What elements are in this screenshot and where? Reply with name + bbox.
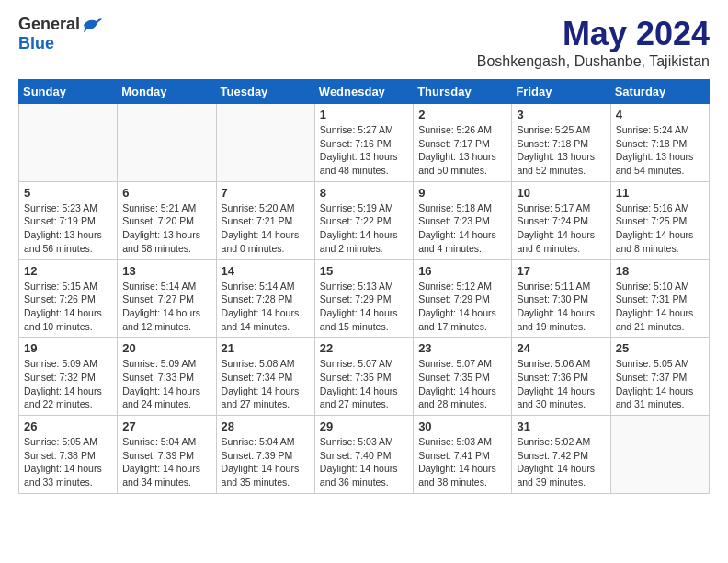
day-number: 7 (222, 186, 310, 200)
calendar-cell: 24Sunrise: 5:06 AM Sunset: 7:36 PM Dayli… (512, 338, 610, 416)
title-block: May 2024 Boshkengash, Dushanbe, Tajikist… (477, 15, 710, 70)
day-number: 23 (418, 341, 506, 355)
day-info: Sunrise: 5:20 AM Sunset: 7:21 PM Dayligh… (222, 201, 310, 256)
calendar-cell: 15Sunrise: 5:13 AM Sunset: 7:29 PM Dayli… (314, 259, 413, 338)
calendar-cell: 1Sunrise: 5:27 AM Sunset: 7:16 PM Daylig… (314, 104, 413, 182)
calendar-cell: 17Sunrise: 5:11 AM Sunset: 7:30 PM Dayli… (512, 259, 610, 338)
day-number: 17 (517, 264, 605, 278)
day-number: 9 (418, 186, 506, 200)
day-number: 24 (517, 341, 605, 355)
day-info: Sunrise: 5:13 AM Sunset: 7:29 PM Dayligh… (320, 280, 408, 334)
day-info: Sunrise: 5:08 AM Sunset: 7:34 PM Dayligh… (222, 357, 310, 411)
day-info: Sunrise: 5:10 AM Sunset: 7:31 PM Dayligh… (616, 280, 704, 334)
day-number: 26 (24, 419, 112, 433)
calendar-cell: 5Sunrise: 5:23 AM Sunset: 7:19 PM Daylig… (19, 181, 118, 259)
day-number: 3 (517, 108, 605, 121)
day-number: 27 (122, 419, 210, 433)
calendar-cell: 8Sunrise: 5:19 AM Sunset: 7:22 PM Daylig… (314, 181, 413, 259)
calendar-cell (610, 416, 709, 494)
calendar-table: SundayMondayTuesdayWednesdayThursdayFrid… (18, 79, 710, 494)
day-info: Sunrise: 5:04 AM Sunset: 7:39 PM Dayligh… (222, 435, 310, 489)
calendar-cell: 29Sunrise: 5:03 AM Sunset: 7:40 PM Dayli… (314, 416, 413, 494)
day-info: Sunrise: 5:27 AM Sunset: 7:16 PM Dayligh… (320, 123, 408, 178)
day-number: 28 (222, 419, 310, 433)
day-info: Sunrise: 5:14 AM Sunset: 7:28 PM Dayligh… (222, 280, 310, 334)
logo-bird-icon (82, 16, 104, 34)
month-title: May 2024 (477, 15, 710, 53)
calendar-cell: 10Sunrise: 5:17 AM Sunset: 7:24 PM Dayli… (512, 181, 610, 259)
calendar-cell: 28Sunrise: 5:04 AM Sunset: 7:39 PM Dayli… (216, 416, 314, 494)
day-number: 14 (222, 264, 310, 278)
calendar-cell: 26Sunrise: 5:05 AM Sunset: 7:38 PM Dayli… (19, 416, 118, 494)
day-info: Sunrise: 5:05 AM Sunset: 7:37 PM Dayligh… (616, 357, 704, 411)
week-row-5: 26Sunrise: 5:05 AM Sunset: 7:38 PM Dayli… (19, 416, 710, 494)
weekday-header-row: SundayMondayTuesdayWednesdayThursdayFrid… (19, 80, 710, 104)
day-info: Sunrise: 5:06 AM Sunset: 7:36 PM Dayligh… (517, 357, 605, 411)
day-number: 1 (320, 108, 408, 121)
day-info: Sunrise: 5:05 AM Sunset: 7:38 PM Dayligh… (24, 435, 112, 489)
day-info: Sunrise: 5:07 AM Sunset: 7:35 PM Dayligh… (418, 357, 506, 411)
logo-general-text: General (18, 15, 80, 34)
weekday-header-monday: Monday (118, 80, 216, 104)
day-info: Sunrise: 5:23 AM Sunset: 7:19 PM Dayligh… (24, 201, 112, 256)
day-info: Sunrise: 5:16 AM Sunset: 7:25 PM Dayligh… (616, 201, 704, 256)
weekday-header-tuesday: Tuesday (216, 80, 314, 104)
logo-blue-text: Blue (18, 34, 54, 53)
calendar-cell: 6Sunrise: 5:21 AM Sunset: 7:20 PM Daylig… (118, 181, 216, 259)
calendar-cell: 13Sunrise: 5:14 AM Sunset: 7:27 PM Dayli… (118, 259, 216, 338)
day-number: 13 (122, 264, 210, 278)
day-number: 5 (24, 186, 112, 200)
day-info: Sunrise: 5:21 AM Sunset: 7:20 PM Dayligh… (122, 201, 210, 256)
logo: General Blue (18, 15, 104, 53)
day-info: Sunrise: 5:12 AM Sunset: 7:29 PM Dayligh… (418, 280, 506, 334)
day-info: Sunrise: 5:02 AM Sunset: 7:42 PM Dayligh… (517, 435, 605, 489)
day-number: 29 (320, 419, 408, 433)
weekday-header-friday: Friday (512, 80, 610, 104)
day-number: 12 (24, 264, 112, 278)
calendar-cell: 20Sunrise: 5:09 AM Sunset: 7:33 PM Dayli… (118, 338, 216, 416)
day-info: Sunrise: 5:25 AM Sunset: 7:18 PM Dayligh… (517, 123, 605, 178)
day-number: 16 (418, 264, 506, 278)
day-number: 6 (122, 186, 210, 200)
day-info: Sunrise: 5:03 AM Sunset: 7:41 PM Dayligh… (418, 435, 506, 489)
day-number: 30 (418, 419, 506, 433)
calendar-cell: 25Sunrise: 5:05 AM Sunset: 7:37 PM Dayli… (610, 338, 709, 416)
calendar-cell: 30Sunrise: 5:03 AM Sunset: 7:41 PM Dayli… (414, 416, 512, 494)
day-number: 18 (616, 264, 704, 278)
calendar-cell: 14Sunrise: 5:14 AM Sunset: 7:28 PM Dayli… (216, 259, 314, 338)
calendar-cell (216, 104, 314, 182)
day-info: Sunrise: 5:04 AM Sunset: 7:39 PM Dayligh… (122, 435, 210, 489)
day-info: Sunrise: 5:09 AM Sunset: 7:32 PM Dayligh… (24, 357, 112, 411)
calendar-cell: 7Sunrise: 5:20 AM Sunset: 7:21 PM Daylig… (216, 181, 314, 259)
day-info: Sunrise: 5:14 AM Sunset: 7:27 PM Dayligh… (122, 280, 210, 334)
calendar-cell: 21Sunrise: 5:08 AM Sunset: 7:34 PM Dayli… (216, 338, 314, 416)
calendar-cell: 22Sunrise: 5:07 AM Sunset: 7:35 PM Dayli… (314, 338, 413, 416)
weekday-header-saturday: Saturday (610, 80, 709, 104)
day-number: 15 (320, 264, 408, 278)
day-info: Sunrise: 5:07 AM Sunset: 7:35 PM Dayligh… (320, 357, 408, 411)
day-number: 31 (517, 419, 605, 433)
header: General Blue May 2024 Boshkengash, Dusha… (18, 15, 710, 70)
weekday-header-wednesday: Wednesday (314, 80, 413, 104)
week-row-1: 1Sunrise: 5:27 AM Sunset: 7:16 PM Daylig… (19, 104, 710, 182)
day-number: 19 (24, 341, 112, 355)
calendar-cell: 27Sunrise: 5:04 AM Sunset: 7:39 PM Dayli… (118, 416, 216, 494)
page: General Blue May 2024 Boshkengash, Dusha… (0, 0, 728, 509)
calendar-cell: 31Sunrise: 5:02 AM Sunset: 7:42 PM Dayli… (512, 416, 610, 494)
calendar-cell: 18Sunrise: 5:10 AM Sunset: 7:31 PM Dayli… (610, 259, 709, 338)
day-info: Sunrise: 5:17 AM Sunset: 7:24 PM Dayligh… (517, 201, 605, 256)
week-row-4: 19Sunrise: 5:09 AM Sunset: 7:32 PM Dayli… (19, 338, 710, 416)
week-row-2: 5Sunrise: 5:23 AM Sunset: 7:19 PM Daylig… (19, 181, 710, 259)
day-info: Sunrise: 5:09 AM Sunset: 7:33 PM Dayligh… (122, 357, 210, 411)
calendar-cell (118, 104, 216, 182)
calendar-cell: 16Sunrise: 5:12 AM Sunset: 7:29 PM Dayli… (414, 259, 512, 338)
day-info: Sunrise: 5:11 AM Sunset: 7:30 PM Dayligh… (517, 280, 605, 334)
day-number: 22 (320, 341, 408, 355)
day-number: 10 (517, 186, 605, 200)
day-number: 4 (616, 108, 704, 121)
calendar-cell: 9Sunrise: 5:18 AM Sunset: 7:23 PM Daylig… (414, 181, 512, 259)
calendar-cell: 4Sunrise: 5:24 AM Sunset: 7:18 PM Daylig… (610, 104, 709, 182)
day-info: Sunrise: 5:19 AM Sunset: 7:22 PM Dayligh… (320, 201, 408, 256)
day-info: Sunrise: 5:24 AM Sunset: 7:18 PM Dayligh… (616, 123, 704, 178)
day-info: Sunrise: 5:26 AM Sunset: 7:17 PM Dayligh… (418, 123, 506, 178)
